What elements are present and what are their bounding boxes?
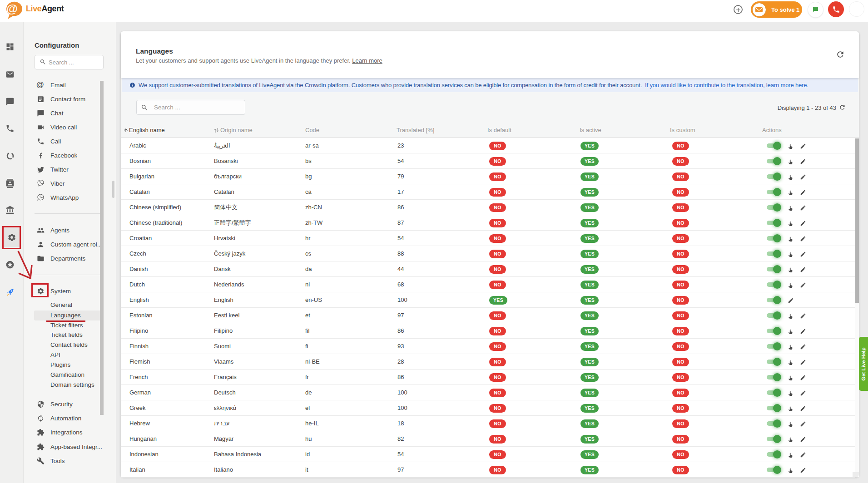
svg-text:@: @	[6, 2, 18, 15]
